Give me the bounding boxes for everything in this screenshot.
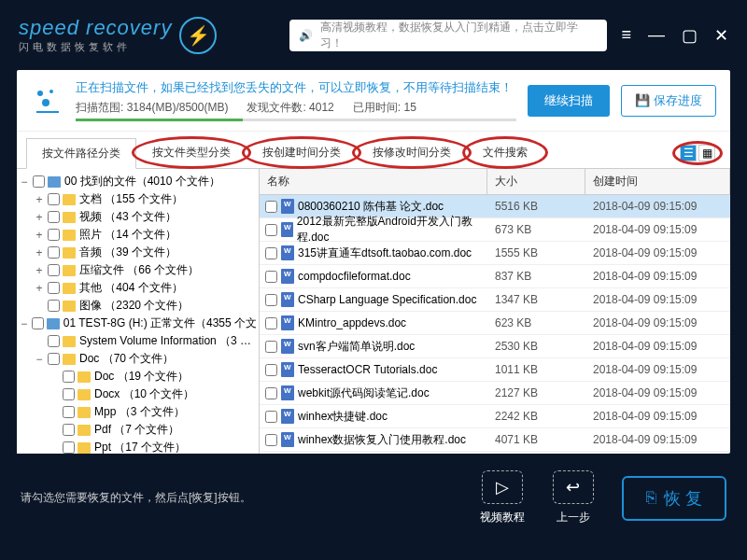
tree-item[interactable]: −Doc （70 个文件）: [19, 350, 257, 368]
file-checkbox[interactable]: [265, 411, 277, 423]
tree-item[interactable]: Doc （19 个文件）: [19, 368, 257, 385]
tree-checkbox[interactable]: [48, 335, 60, 347]
back-button[interactable]: ↩ 上一步: [553, 470, 594, 525]
tree-checkbox[interactable]: [63, 406, 75, 418]
video-tutorial-button[interactable]: ▷ 视频教程: [480, 470, 525, 525]
file-row[interactable]: 2012最新完整版Android开发入门教程.doc673 KB2018-04-…: [260, 218, 730, 242]
expander-icon[interactable]: −: [19, 317, 29, 330]
tree-checkbox[interactable]: [48, 246, 60, 259]
maximize-button[interactable]: ▢: [682, 25, 698, 46]
doc-icon: [281, 339, 294, 354]
tree-checkbox[interactable]: [63, 388, 75, 400]
tree-checkbox[interactable]: [33, 175, 45, 188]
expander-icon[interactable]: [49, 388, 60, 401]
save-icon: 💾: [635, 93, 650, 107]
tree-item[interactable]: +照片 （14 个文件）: [19, 226, 257, 244]
tree-checkbox[interactable]: [48, 353, 60, 365]
file-row[interactable]: KMintro_appdevs.doc623 KB2018-04-09 09:1…: [260, 312, 730, 335]
file-checkbox[interactable]: [265, 224, 277, 236]
file-name: winhex数据恢复入门使用教程.doc: [298, 432, 466, 448]
tab-3[interactable]: 按修改时间分类: [357, 137, 467, 168]
tree-item[interactable]: +压缩文件 （66 个文件）: [19, 261, 257, 279]
list-view-button[interactable]: ☰: [680, 145, 697, 161]
tree-item[interactable]: +音频 （39 个文件）: [19, 244, 257, 261]
tree-checkbox[interactable]: [63, 424, 75, 436]
col-name-header[interactable]: 名称: [260, 169, 487, 194]
expander-icon[interactable]: +: [34, 264, 45, 277]
file-checkbox[interactable]: [265, 271, 277, 283]
tree-checkbox[interactable]: [48, 229, 60, 241]
expander-icon[interactable]: +: [34, 282, 45, 295]
col-date-header[interactable]: 创建时间: [585, 169, 730, 194]
file-row[interactable]: svn客户端简单说明.doc2530 KB2018-04-09 09:15:09: [260, 335, 730, 358]
tree-item[interactable]: Mpp （3 个文件）: [19, 403, 257, 421]
tree-checkbox[interactable]: [48, 300, 60, 312]
grid-view-button[interactable]: ▦: [698, 145, 715, 161]
expander-icon[interactable]: [49, 441, 60, 455]
file-checkbox[interactable]: [265, 364, 277, 376]
tutorial-banner[interactable]: 🔊 高清视频教程，数据恢复从入门到精通，点击立即学习！: [289, 20, 607, 51]
file-checkbox[interactable]: [265, 247, 277, 259]
folder-tree[interactable]: −00 找到的文件（4010 个文件）+文档 （155 个文件）+视频 （43 …: [17, 169, 260, 454]
file-date: 2018-04-09 09:15:09: [585, 200, 730, 213]
file-row[interactable]: winhex快捷键.doc2242 KB2018-04-09 09:15:09: [260, 405, 730, 428]
continue-scan-button[interactable]: 继续扫描: [528, 85, 610, 117]
file-row[interactable]: winhex数据恢复入门使用教程.doc4071 KB2018-04-09 09…: [260, 428, 730, 452]
expander-icon[interactable]: +: [34, 211, 45, 224]
tree-checkbox[interactable]: [48, 264, 60, 276]
expander-icon[interactable]: [49, 424, 60, 437]
folder-icon: [78, 425, 91, 436]
tree-item[interactable]: System Volume Information （3 …: [19, 332, 257, 350]
menu-icon[interactable]: ≡: [621, 25, 631, 46]
minimize-button[interactable]: —: [648, 25, 665, 46]
tree-checkbox[interactable]: [63, 441, 75, 454]
expander-icon[interactable]: −: [34, 353, 45, 366]
col-size-header[interactable]: 大小: [487, 169, 585, 194]
tree-item[interactable]: −00 找到的文件（4010 个文件）: [19, 173, 257, 190]
tab-1[interactable]: 按文件类型分类: [136, 137, 247, 168]
file-checkbox[interactable]: [265, 434, 277, 446]
tree-item[interactable]: +文档 （155 个文件）: [19, 190, 257, 208]
tree-item[interactable]: −01 TEST-8G (H:) 正常文件（4355 个文: [19, 315, 257, 332]
file-row[interactable]: compdocfileformat.doc837 KB2018-04-09 09…: [260, 265, 730, 288]
file-checkbox[interactable]: [265, 341, 277, 353]
tree-item[interactable]: Docx （10 个文件）: [19, 385, 257, 403]
recover-button[interactable]: ⎘ 恢 复: [622, 476, 726, 521]
tree-checkbox[interactable]: [48, 282, 60, 294]
tree-item[interactable]: Pdf （7 个文件）: [19, 421, 257, 439]
expander-icon[interactable]: [34, 300, 45, 313]
tree-label: System Volume Information （3 …: [79, 333, 251, 349]
doc-icon: [281, 199, 294, 214]
tree-checkbox[interactable]: [63, 371, 75, 383]
file-row[interactable]: 315讲直通车dtsoft.taobao.com.doc1555 KB2018-…: [260, 242, 730, 265]
file-checkbox[interactable]: [265, 294, 277, 306]
tree-checkbox[interactable]: [48, 193, 60, 205]
tree-checkbox[interactable]: [32, 317, 44, 329]
file-checkbox[interactable]: [265, 201, 277, 213]
tab-0[interactable]: 按文件路径分类: [26, 138, 136, 169]
file-row[interactable]: webkit源代码阅读笔记.doc2127 KB2018-04-09 09:15…: [260, 382, 730, 405]
expander-icon[interactable]: +: [34, 229, 45, 242]
expander-icon[interactable]: [49, 371, 60, 384]
tree-label: 其他 （404 个文件）: [79, 280, 183, 296]
tree-item[interactable]: 图像 （2320 个文件）: [19, 297, 257, 315]
expander-icon[interactable]: +: [34, 246, 45, 259]
tab-4[interactable]: 文件搜索: [467, 137, 543, 168]
expander-icon[interactable]: [34, 335, 45, 348]
file-row[interactable]: TesseractOCR Tutorials.doc1011 KB2018-04…: [260, 358, 730, 382]
save-progress-button[interactable]: 💾保存进度: [621, 85, 716, 117]
file-checkbox[interactable]: [265, 387, 277, 399]
tree-checkbox[interactable]: [48, 211, 60, 223]
file-checkbox[interactable]: [265, 317, 277, 329]
tree-item[interactable]: Ppt （17 个文件）: [19, 439, 257, 454]
file-row[interactable]: CSharp Language Specification.doc1347 KB…: [260, 288, 730, 312]
tree-item[interactable]: +其他 （404 个文件）: [19, 279, 257, 297]
close-button[interactable]: ✕: [714, 25, 728, 46]
expander-icon[interactable]: +: [34, 193, 45, 206]
doc-icon: [281, 245, 294, 260]
tree-item[interactable]: +视频 （43 个文件）: [19, 208, 257, 226]
expander-icon[interactable]: −: [19, 175, 30, 189]
tab-2[interactable]: 按创建时间分类: [247, 137, 357, 168]
expander-icon[interactable]: [49, 406, 60, 419]
file-date: 2018-04-09 09:15:09: [585, 433, 730, 446]
